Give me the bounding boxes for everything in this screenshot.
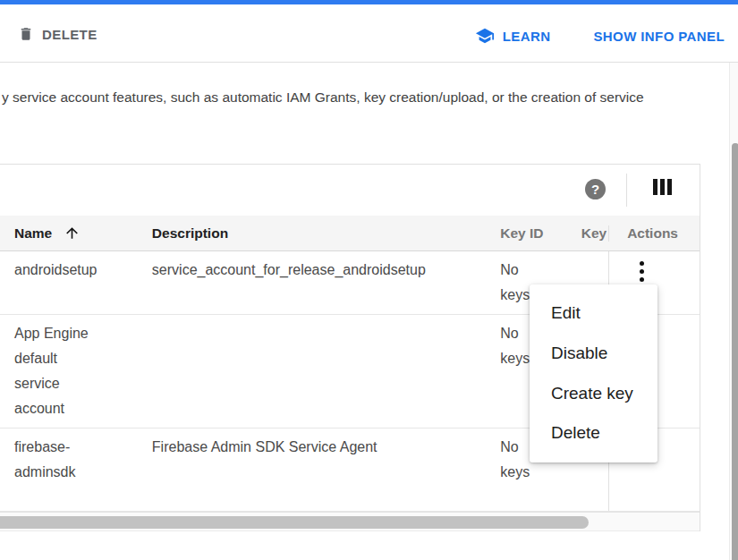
delete-button-label: DELETE	[42, 27, 98, 42]
help-icon[interactable]: ?	[585, 179, 606, 199]
column-header-description[interactable]: Description	[138, 225, 487, 242]
horizontal-scrollbar[interactable]	[0, 512, 700, 531]
vertical-scrollbar-thumb[interactable]	[732, 143, 738, 560]
delete-button[interactable]: DELETE	[18, 26, 98, 42]
cell-name: androidsetup	[0, 251, 138, 314]
cell-description: Firebase Admin SDK Service Agent	[138, 428, 487, 511]
cell-name: App Engine default service account	[0, 315, 138, 428]
vertical-scrollbar[interactable]	[729, 63, 738, 560]
learn-button[interactable]: LEARN	[475, 26, 551, 46]
table-tools-row: ?	[0, 165, 700, 216]
trash-icon	[18, 26, 34, 42]
cell-description	[138, 315, 487, 428]
column-display-options-icon[interactable]	[653, 179, 672, 195]
row-actions-context-menu: Edit Disable Create key Delete	[530, 284, 657, 462]
column-header-name[interactable]: Name	[0, 225, 138, 242]
learn-button-label: LEARN	[503, 29, 551, 44]
tools-divider	[626, 174, 627, 207]
notice-text: y service account features, such as auto…	[2, 89, 644, 106]
menu-item-delete[interactable]: Delete	[530, 413, 657, 454]
column-header-actions: Actions	[608, 225, 700, 242]
menu-item-disable[interactable]: Disable	[530, 334, 657, 374]
column-header-key[interactable]: Key	[558, 225, 608, 242]
cell-description: service_account_for_release_androidsetup	[138, 251, 487, 314]
graduation-cap-icon	[475, 26, 495, 46]
sort-ascending-icon	[64, 225, 81, 242]
menu-item-edit[interactable]: Edit	[530, 293, 657, 334]
row-actions-kebab-icon[interactable]	[631, 259, 652, 284]
show-info-panel-label: SHOW INFO PANEL	[593, 29, 725, 44]
column-header-key-id[interactable]: Key ID	[487, 225, 558, 242]
menu-item-create-key[interactable]: Create key	[530, 373, 657, 413]
horizontal-scrollbar-thumb[interactable]	[0, 516, 589, 529]
toolbar-right-group: LEARN SHOW INFO PANEL	[475, 26, 725, 46]
cell-name: firebase-adminsdk	[0, 428, 138, 511]
show-info-panel-button[interactable]: SHOW INFO PANEL	[593, 26, 725, 46]
action-toolbar: DELETE LEARN SHOW INFO PANEL	[0, 4, 738, 63]
table-header-row: Name Description Key ID Key Actions	[0, 216, 700, 251]
